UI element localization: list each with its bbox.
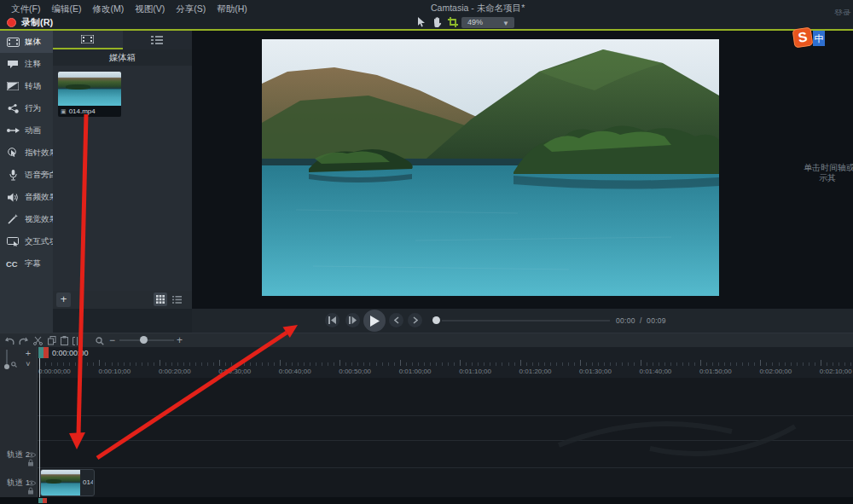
copy-button[interactable] xyxy=(46,335,57,346)
track-1-visibility-icon[interactable] xyxy=(27,474,36,482)
sidebar-item-label: 行为 xyxy=(25,103,41,114)
list-icon xyxy=(172,296,182,304)
preview-area: 单击时间轴或 示其 S 中 xyxy=(192,31,853,309)
chevron-down-icon: ▼ xyxy=(502,18,509,29)
sidebar-item[interactable]: 行为 xyxy=(0,97,53,119)
add-media-button[interactable]: + xyxy=(56,293,71,307)
canvas-zoom-dropdown[interactable]: 49% ▼ xyxy=(461,17,514,28)
jump-forward-button[interactable] xyxy=(408,313,422,327)
sidebar-item[interactable]: 音频效果 xyxy=(0,186,53,208)
timeline-scroll-strip[interactable] xyxy=(0,497,853,504)
sidebar-item-label: 注释 xyxy=(25,59,41,70)
sidebar-item-label: 动画 xyxy=(25,125,41,136)
scrubber-track[interactable] xyxy=(442,320,610,322)
playback-bar: 00:00 / 00:09 xyxy=(192,309,853,333)
interactive-icon xyxy=(6,236,20,247)
playhead-line[interactable] xyxy=(39,358,41,497)
timeline-tracks[interactable]: 轨道 2 轨道 1 014.mp4 xyxy=(0,378,853,497)
add-track-button[interactable]: + xyxy=(22,348,34,358)
sidebar-item[interactable]: 视觉效果 xyxy=(0,208,53,230)
ruler-time-label: 0:00:50;00 xyxy=(339,368,371,375)
panel-spacer xyxy=(53,309,192,333)
track-2-lock-icon[interactable] xyxy=(27,455,36,462)
track-headers: 轨道 2 轨道 1 xyxy=(0,378,38,497)
menu-item[interactable]: 文件(F) xyxy=(11,1,40,16)
sidebar-item[interactable]: 注释 xyxy=(0,53,53,75)
chevron-right-icon xyxy=(413,316,418,324)
playhead-time: 0:00:00:00 xyxy=(52,349,89,357)
menu-item[interactable]: 视图(V) xyxy=(135,1,165,16)
video-canvas[interactable] xyxy=(262,39,719,296)
sidebar-item-label: 转场 xyxy=(25,81,41,92)
media-thumbnail xyxy=(58,72,121,106)
record-button[interactable]: 录制(R) xyxy=(7,15,53,29)
sidebar-item[interactable]: 媒体 xyxy=(0,31,53,53)
watermark-s-logo: S xyxy=(792,27,814,49)
sidebar-item[interactable]: 语音旁白 xyxy=(0,164,53,186)
playhead-handle[interactable] xyxy=(38,347,49,358)
clip-thumbnail xyxy=(41,470,80,495)
timeline-ruler[interactable]: 0:00:00;000:00:10;000:00:20;000:00:30;00… xyxy=(0,347,853,378)
jump-back-button[interactable] xyxy=(389,313,403,327)
ruler-time-label: 0:01:30;00 xyxy=(579,368,612,375)
camtasia-window: 文件(F)编辑(E)修改(M)视图(V)分享(S)帮助(H) Camtasia … xyxy=(0,0,853,504)
playhead-out-handle[interactable] xyxy=(44,347,49,358)
track-1-label: 轨道 1 xyxy=(7,478,30,489)
step-forward-button[interactable] xyxy=(345,313,360,327)
timeline-clip[interactable]: 014.mp4 xyxy=(40,469,95,496)
sidebar-item[interactable]: 转场 xyxy=(0,75,53,97)
cursor-tool-icon[interactable] xyxy=(415,16,427,28)
track-2-visibility-icon[interactable] xyxy=(27,446,36,454)
timeline-zoom-knob[interactable] xyxy=(140,336,148,344)
collapse-tracks-button[interactable]: ˅ xyxy=(22,359,34,369)
split-button[interactable] xyxy=(72,335,83,346)
frame-back-icon xyxy=(328,316,336,324)
tab-media-list[interactable] xyxy=(123,31,193,49)
track-1-lock-icon[interactable] xyxy=(27,483,36,490)
previous-frame-button[interactable] xyxy=(325,313,339,327)
media-item-card[interactable]: ▣ 014.mp4 xyxy=(58,72,121,117)
film-icon xyxy=(81,35,94,43)
zoom-out-button[interactable]: − xyxy=(109,334,115,346)
magnifier-icon xyxy=(11,356,17,371)
timeline-zoom-icon xyxy=(94,335,105,346)
record-label: 录制(R) xyxy=(21,16,53,29)
list-view-button[interactable] xyxy=(170,293,183,306)
grid-view-button[interactable] xyxy=(154,293,167,306)
chevron-left-icon xyxy=(394,316,399,324)
sidebar-item[interactable]: 指针效果 xyxy=(0,142,53,164)
play-button[interactable] xyxy=(363,310,386,332)
tab-media-bin[interactable] xyxy=(53,31,123,49)
cc-icon: CC xyxy=(6,258,20,269)
zoom-in-button[interactable]: + xyxy=(177,334,183,346)
wand-icon xyxy=(6,214,20,225)
undo-button[interactable] xyxy=(4,335,15,346)
screenshot-watermark: S 中 xyxy=(793,27,844,49)
paste-button[interactable] xyxy=(59,335,70,346)
menu-item[interactable]: 分享(S) xyxy=(176,1,206,16)
track-2-label: 轨道 2 xyxy=(7,449,30,461)
cut-button[interactable] xyxy=(32,335,44,346)
track-height-slider[interactable] xyxy=(6,350,8,364)
ruler-time-label: 0:02:00;00 xyxy=(759,368,792,375)
scrubber-handle[interactable] xyxy=(432,316,440,324)
tools-sidebar: 媒体 注释 转场 行为 动画 指针效果 xyxy=(0,31,53,333)
ruler-time-label: 0:00:40;00 xyxy=(279,368,311,375)
media-panel: 媒体箱 ▣ 014.mp4 xyxy=(53,31,192,309)
sidebar-item[interactable]: CC 字幕 xyxy=(0,252,53,275)
film-icon xyxy=(6,37,20,48)
redo-button[interactable] xyxy=(18,335,29,346)
menu-item[interactable]: 帮助(H) xyxy=(217,1,247,16)
ruler-time-label: 0:01:40;00 xyxy=(640,368,672,375)
menu-item[interactable]: 修改(M) xyxy=(92,1,124,16)
sidebar-item[interactable]: 动画 xyxy=(0,119,53,142)
track-height-knob[interactable] xyxy=(4,364,9,369)
timeline-header-controls: + ˅ xyxy=(0,347,38,378)
crop-tool-icon[interactable] xyxy=(446,16,459,28)
list-icon xyxy=(151,36,163,44)
hand-tool-icon[interactable] xyxy=(431,16,444,28)
ruler-time-label: 0:00:10;00 xyxy=(98,368,131,375)
sidebar-item[interactable]: 交互式功能 xyxy=(0,230,53,252)
ruler-time-label: 0:00:20;00 xyxy=(159,368,191,375)
menu-item[interactable]: 编辑(E) xyxy=(51,1,81,16)
